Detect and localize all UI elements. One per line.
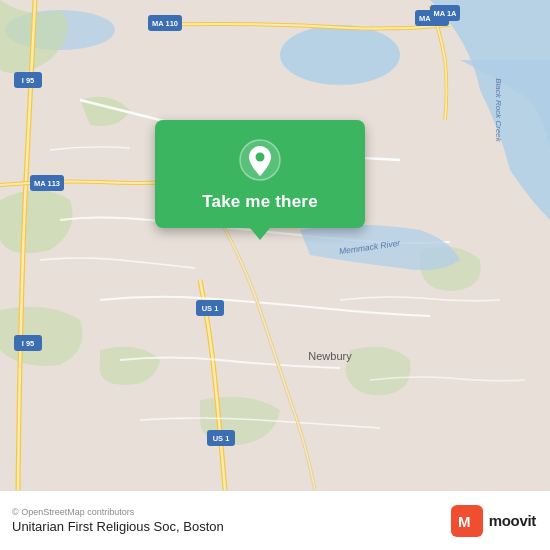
svg-text:Black Rock Creek: Black Rock Creek bbox=[494, 78, 503, 143]
moovit-text: moovit bbox=[489, 512, 536, 529]
svg-text:I 95: I 95 bbox=[22, 339, 35, 348]
location-pin-icon bbox=[238, 138, 282, 182]
map-card: Take me there bbox=[155, 120, 365, 228]
svg-text:MA 1A: MA 1A bbox=[433, 9, 457, 18]
bottom-bar: © OpenStreetMap contributors Unitarian F… bbox=[0, 490, 550, 550]
attribution-text: © OpenStreetMap contributors bbox=[12, 507, 224, 517]
svg-text:M: M bbox=[458, 513, 471, 530]
svg-text:US 1: US 1 bbox=[213, 434, 230, 443]
bottom-left: © OpenStreetMap contributors Unitarian F… bbox=[12, 507, 224, 534]
map-container: I 95 I 95 US 1 US 1 MA 110 MA 110 MA 113… bbox=[0, 0, 550, 490]
moovit-logo: M moovit bbox=[451, 505, 536, 537]
moovit-svg-icon: M bbox=[456, 510, 478, 532]
svg-text:Newbury: Newbury bbox=[308, 350, 352, 362]
svg-text:I 95: I 95 bbox=[22, 76, 35, 85]
svg-text:US 1: US 1 bbox=[202, 304, 219, 313]
take-me-there-button[interactable]: Take me there bbox=[202, 192, 318, 212]
location-label: Unitarian First Religious Soc, Boston bbox=[12, 519, 224, 534]
svg-text:MA 110: MA 110 bbox=[152, 19, 178, 28]
svg-text:MA 113: MA 113 bbox=[34, 179, 60, 188]
moovit-icon: M bbox=[451, 505, 483, 537]
svg-point-23 bbox=[256, 153, 265, 162]
svg-point-1 bbox=[280, 25, 400, 85]
